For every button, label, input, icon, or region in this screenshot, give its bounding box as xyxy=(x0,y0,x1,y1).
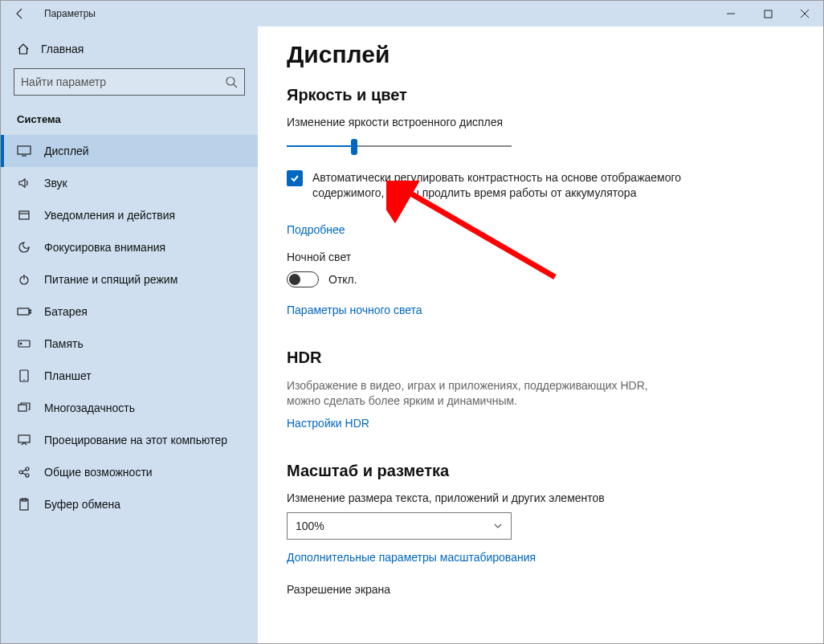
brightness-slider[interactable] xyxy=(287,137,512,156)
hdr-heading: HDR xyxy=(287,348,794,367)
sidebar-item-focus-assist[interactable]: Фокусировка внимания xyxy=(1,231,258,263)
svg-rect-1 xyxy=(765,10,772,18)
sidebar-item-label: Фокусировка внимания xyxy=(44,241,165,254)
sidebar-item-sound[interactable]: Звук xyxy=(1,167,258,199)
scale-dropdown[interactable]: 100% xyxy=(287,512,512,540)
home-nav[interactable]: Главная xyxy=(1,35,258,63)
sidebar-item-label: Дисплей xyxy=(44,145,89,157)
slider-fill xyxy=(287,145,354,147)
svg-line-24 xyxy=(22,473,26,475)
brightness-section-heading: Яркость и цвет xyxy=(287,86,794,104)
sidebar-item-label: Питание и спящий режим xyxy=(44,273,177,286)
sidebar-item-label: Звук xyxy=(44,177,67,190)
svg-line-27 xyxy=(402,189,555,277)
home-icon xyxy=(17,43,30,55)
hdr-settings-link[interactable]: Настройки HDR xyxy=(287,417,369,430)
svg-point-4 xyxy=(226,77,235,85)
storage-icon xyxy=(17,339,31,348)
sidebar-item-clipboard[interactable]: Буфер обмена xyxy=(1,488,258,520)
night-light-label: Ночной свет xyxy=(287,251,794,263)
night-light-toggle-row: Откл. xyxy=(287,271,794,287)
svg-point-22 xyxy=(26,474,29,477)
sound-icon xyxy=(17,177,31,190)
window-controls xyxy=(712,1,823,26)
resolution-label: Разрешение экрана xyxy=(287,583,794,596)
svg-rect-12 xyxy=(18,308,29,315)
sidebar-item-label: Проецирование на этот компьютер xyxy=(44,434,227,446)
night-light-state: Откл. xyxy=(328,273,357,286)
auto-contrast-label: Автоматически регулировать контрастность… xyxy=(312,170,682,201)
category-heading: Система xyxy=(1,105,258,135)
page-title: Дисплей xyxy=(287,41,794,68)
body: Главная Система Дисплей Звук xyxy=(1,26,823,643)
search-input[interactable] xyxy=(21,75,225,88)
home-label: Главная xyxy=(41,43,84,55)
sidebar-item-battery[interactable]: Батарея xyxy=(1,296,258,328)
display-icon xyxy=(17,145,31,157)
sidebar-item-label: Уведомления и действия xyxy=(44,209,175,222)
more-link[interactable]: Подробнее xyxy=(287,223,345,236)
sidebar-item-notifications[interactable]: Уведомления и действия xyxy=(1,199,258,231)
shared-icon xyxy=(17,466,31,479)
clipboard-icon xyxy=(17,498,31,511)
svg-point-15 xyxy=(20,343,22,344)
notifications-icon xyxy=(17,209,31,222)
check-icon xyxy=(289,173,300,184)
search-icon xyxy=(225,75,238,88)
svg-rect-18 xyxy=(18,405,27,411)
svg-line-23 xyxy=(22,470,26,471)
svg-point-20 xyxy=(19,471,22,474)
svg-rect-19 xyxy=(18,435,30,442)
scale-heading: Масштаб и разметка xyxy=(287,462,794,480)
chevron-down-icon xyxy=(493,521,503,531)
titlebar: Параметры xyxy=(1,1,823,26)
svg-rect-13 xyxy=(30,310,31,313)
focus-assist-icon xyxy=(17,241,31,254)
maximize-button[interactable] xyxy=(749,1,786,26)
arrow-left-icon xyxy=(14,7,27,20)
sidebar-item-label: Многозадачность xyxy=(44,401,135,414)
slider-thumb[interactable] xyxy=(351,139,357,155)
maximize-icon xyxy=(764,10,773,18)
close-button[interactable] xyxy=(786,1,823,26)
svg-rect-6 xyxy=(18,146,31,154)
multitasking-icon xyxy=(17,402,31,414)
svg-point-21 xyxy=(26,467,29,471)
hdr-description: Изображение в видео, играх и приложениях… xyxy=(287,378,672,409)
sidebar-item-label: Планшет xyxy=(44,369,92,382)
brightness-label: Изменение яркости встроенного дисплея xyxy=(287,116,794,128)
search-box[interactable] xyxy=(14,68,245,96)
sidebar-item-power[interactable]: Питание и спящий режим xyxy=(1,263,258,296)
sidebar-item-display[interactable]: Дисплей xyxy=(1,135,258,167)
scale-advanced-link[interactable]: Дополнительные параметры масштабирования xyxy=(287,551,536,564)
close-icon xyxy=(800,9,810,18)
sidebar-item-projecting[interactable]: Проецирование на этот компьютер xyxy=(1,424,258,456)
minimize-icon xyxy=(726,9,736,18)
minimize-button[interactable] xyxy=(712,1,749,26)
sidebar-item-label: Батарея xyxy=(44,305,88,318)
tablet-icon xyxy=(17,369,31,382)
content-area: Дисплей Яркость и цвет Изменение яркости… xyxy=(258,26,823,643)
sidebar-item-tablet[interactable]: Планшет xyxy=(1,360,258,392)
projecting-icon xyxy=(17,434,31,446)
svg-rect-8 xyxy=(19,211,29,219)
sidebar-item-storage[interactable]: Память xyxy=(1,328,258,360)
sidebar-item-label: Память xyxy=(44,337,84,350)
auto-contrast-checkbox[interactable] xyxy=(287,170,303,186)
scale-label: Изменение размера текста, приложений и д… xyxy=(287,491,794,504)
sidebar-item-shared[interactable]: Общие возможности xyxy=(1,456,258,488)
night-light-settings-link[interactable]: Параметры ночного света xyxy=(287,304,422,316)
back-button[interactable] xyxy=(1,7,39,20)
sidebar: Главная Система Дисплей Звук xyxy=(1,26,258,643)
night-light-toggle[interactable] xyxy=(287,271,319,287)
battery-icon xyxy=(17,307,31,316)
settings-window: Параметры Главная xyxy=(0,0,824,644)
svg-line-5 xyxy=(234,84,237,88)
window-title: Параметры xyxy=(39,8,96,19)
sidebar-item-label: Буфер обмена xyxy=(44,498,120,511)
sidebar-item-multitasking[interactable]: Многозадачность xyxy=(1,392,258,424)
sidebar-item-label: Общие возможности xyxy=(44,466,153,479)
scale-dropdown-value: 100% xyxy=(296,520,324,532)
auto-contrast-row: Автоматически регулировать контрастность… xyxy=(287,170,794,201)
nav-list: Дисплей Звук Уведомления и действия Фоку… xyxy=(1,135,258,520)
